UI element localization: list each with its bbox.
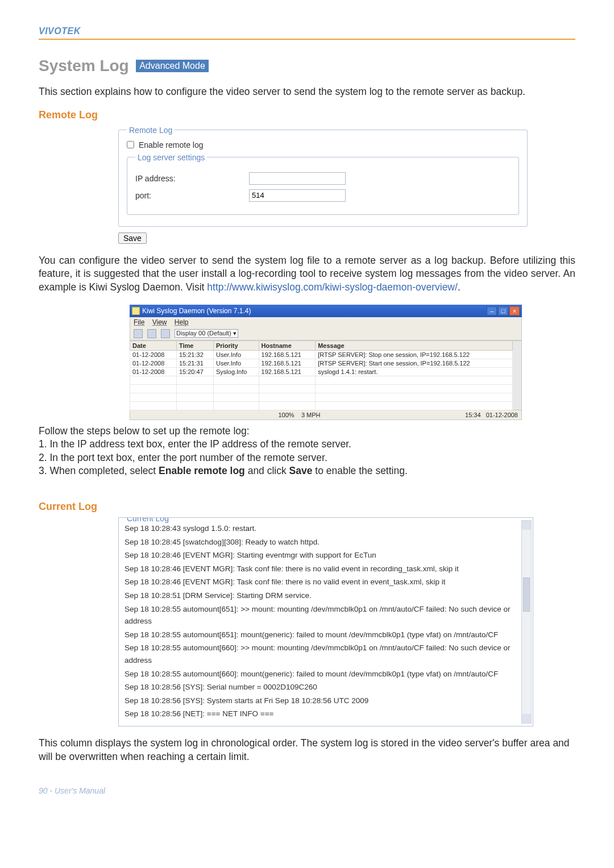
kiwi-window: Kiwi Syslog Daemon (Version 7.1.4) – □ ×…: [130, 305, 522, 420]
top-bar: VIVOTEK: [39, 23, 575, 40]
enable-remote-log-checkbox[interactable]: [127, 141, 134, 148]
display-select-label: Display 00 (Default): [176, 330, 231, 337]
col-message: Message: [316, 340, 513, 350]
current-log-heading: Current Log: [39, 501, 575, 513]
log-server-settings-legend: Log server settings: [135, 153, 207, 162]
status-mph: 3 MPH: [301, 412, 321, 418]
log-line: Sep 18 10:28:46 [EVENT MGR]: Starting ev…: [125, 549, 518, 562]
enable-remote-log-label: Enable remote log: [139, 140, 204, 149]
scrollbar-thumb[interactable]: [523, 578, 530, 612]
log-line: Sep 18 10:28:56 [NET]: === NET INFO ===: [125, 708, 518, 720]
menu-view[interactable]: View: [152, 318, 167, 326]
step-1: 1. In the IP address text box, enter the…: [39, 438, 575, 451]
log-line: Sep 18 10:28:56 [SYS]: Serial number = 0…: [125, 681, 518, 693]
save-button[interactable]: Save: [118, 232, 147, 244]
remote-log-heading: Remote Log: [39, 109, 575, 121]
display-select[interactable]: Display 00 (Default) ▾: [175, 329, 238, 338]
kiwi-paragraph: You can configure the video server to se…: [39, 254, 575, 294]
advanced-mode-badge: Advanced Mode: [136, 60, 209, 72]
menu-help[interactable]: Help: [175, 318, 189, 326]
close-icon[interactable]: ×: [509, 306, 520, 315]
toolbar-icon-3[interactable]: [161, 329, 170, 338]
table-row: [130, 384, 513, 393]
table-row: [130, 376, 513, 384]
table-row: [130, 393, 513, 401]
minimize-icon[interactable]: –: [487, 306, 497, 315]
col-hostname: Hostname: [259, 340, 316, 350]
remote-log-fieldset: Remote Log Enable remote log Log server …: [118, 126, 528, 227]
col-time: Time: [176, 340, 213, 350]
step-3: 3. When completed, select Enable remote …: [39, 464, 575, 478]
log-line: Sep 18 10:28:55 automount[660]: >> mount…: [125, 642, 518, 666]
kiwi-toolbar: Display 00 (Default) ▾: [130, 327, 522, 340]
steps-block: Follow the steps below to set up the rem…: [39, 425, 575, 479]
log-line: Sep 18 10:28:55 automount[651]: >> mount…: [125, 603, 518, 628]
intro-paragraph: This section explains how to configure t…: [39, 85, 575, 99]
log-line: Sep 18 10:28:45 [swatchdog][308]: Ready …: [125, 536, 518, 549]
kiwi-app-icon: [132, 307, 140, 315]
page-title: System Log: [39, 57, 129, 75]
log-line: Sep 18 10:28:55 automount[660]: mount(ge…: [125, 668, 518, 680]
current-log-panel: Current Log Sep 18 10:28:43 syslogd 1.5.…: [118, 517, 533, 726]
table-row: 01-12-2008 15:21:31 User.Info 192.168.5.…: [130, 359, 513, 367]
ip-address-input[interactable]: [249, 172, 346, 185]
table-row: 01-12-2008 15:20:47 Syslog.Info 192.168.…: [130, 367, 513, 376]
col-date: Date: [130, 340, 177, 350]
kiwi-statusbar: 100% 3 MPH 15:34 01-12-2008: [130, 410, 522, 420]
maximize-icon[interactable]: □: [498, 306, 508, 315]
table-header-row: Date Time Priority Hostname Message: [130, 340, 513, 350]
status-percent: 100%: [279, 412, 294, 418]
current-log-lines: Sep 18 10:28:43 syslogd 1.5.0: restart.S…: [125, 522, 518, 720]
step-2: 2. In the port text box, enter the port …: [39, 451, 575, 465]
toolbar-icon-2[interactable]: [147, 329, 156, 338]
status-date: 01-12-2008: [486, 412, 518, 418]
status-time: 15:34: [465, 412, 481, 418]
log-server-settings-fieldset: Log server settings IP address: port:: [127, 153, 519, 215]
current-log-box: Current Log Sep 18 10:28:43 syslogd 1.5.…: [118, 517, 533, 726]
page-footer: 90 - User's Manual: [39, 786, 575, 795]
port-label: port:: [135, 191, 249, 200]
remote-log-legend: Remote Log: [127, 126, 175, 135]
menu-file[interactable]: File: [134, 318, 144, 326]
table-row: 01-12-2008 15:21:32 User.Info 192.168.5.…: [130, 350, 513, 359]
table-row: [130, 401, 513, 410]
remote-log-panel: Remote Log Enable remote log Log server …: [118, 126, 528, 244]
port-input[interactable]: [249, 189, 346, 202]
current-log-scrollbar[interactable]: [521, 520, 532, 724]
log-line: Sep 18 10:28:51 [DRM Service]: Starting …: [125, 589, 518, 602]
ip-address-label: IP address:: [135, 174, 249, 183]
closing-paragraph: This column displays the system log in c…: [39, 737, 575, 763]
log-line: Sep 18 10:28:56 [SYS]: System starts at …: [125, 695, 518, 707]
steps-intro: Follow the steps below to set up the rem…: [39, 425, 575, 438]
col-priority: Priority: [213, 340, 259, 350]
kiwi-scrollbar[interactable]: [513, 340, 522, 410]
current-log-legend: Current Log: [125, 517, 171, 525]
kiwi-link[interactable]: http://www.kiwisyslog.com/kiwi-syslog-da…: [207, 281, 458, 293]
log-line: Sep 18 10:28:43 syslogd 1.5.0: restart.: [125, 522, 518, 535]
log-line: Sep 18 10:28:46 [EVENT MGR]: Task conf f…: [125, 563, 518, 575]
kiwi-title-text: Kiwi Syslog Daemon (Version 7.1.4): [142, 307, 251, 315]
log-line: Sep 18 10:28:55 automount[651]: mount(ge…: [125, 629, 518, 641]
log-line: Sep 18 10:28:46 [EVENT MGR]: Task conf f…: [125, 576, 518, 588]
title-row: System Log Advanced Mode: [39, 57, 575, 75]
kiwi-log-table: Date Time Priority Hostname Message 01-1…: [130, 340, 513, 410]
toolbar-icon-1[interactable]: [134, 329, 143, 338]
kiwi-tbody: 01-12-2008 15:21:32 User.Info 192.168.5.…: [130, 350, 513, 410]
brand: VIVOTEK: [39, 26, 81, 36]
kiwi-paragraph-end: .: [458, 281, 460, 293]
kiwi-menubar: File View Help: [130, 317, 522, 327]
kiwi-titlebar: Kiwi Syslog Daemon (Version 7.1.4) – □ ×: [130, 305, 522, 317]
